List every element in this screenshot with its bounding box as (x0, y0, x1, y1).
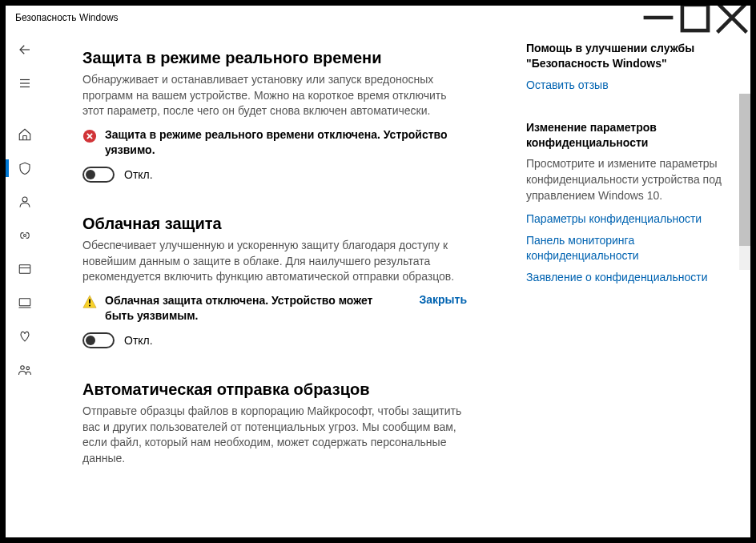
back-button[interactable] (6, 33, 44, 66)
side-privacy-block: Изменение параметров конфиденциальности … (526, 120, 736, 285)
section-realtime: Защита в режиме реального времени Обнару… (82, 49, 467, 183)
cloud-alert: Облачная защита отключена. Устройство мо… (82, 293, 467, 324)
realtime-alert: Защита в режиме реального времени отключ… (82, 127, 467, 159)
section-samples: Автоматическая отправка образцов Отправь… (82, 380, 467, 466)
svg-rect-15 (19, 299, 30, 306)
main-content: Защита в режиме реального времени Обнару… (44, 30, 526, 537)
svg-rect-1 (682, 5, 708, 30)
samples-desc: Отправьте образцы файлов в корпорацию Ма… (82, 404, 467, 466)
cloud-title: Облачная защита (82, 215, 467, 233)
svg-point-17 (21, 366, 25, 370)
samples-title: Автоматическая отправка образцов (82, 380, 467, 399)
maximize-button[interactable] (677, 6, 714, 30)
svg-point-24 (89, 304, 90, 306)
privacy-settings-link[interactable]: Параметры конфиденциальности (526, 211, 736, 227)
realtime-toggle-row: Откл. (82, 167, 467, 183)
cloud-toggle[interactable] (82, 332, 115, 348)
scrollbar-thumb[interactable] (739, 94, 750, 246)
close-button[interactable] (714, 6, 750, 30)
cloud-desc: Обеспечивает улучшенную и ускоренную защ… (82, 238, 467, 285)
nav-family[interactable] (6, 353, 44, 387)
realtime-alert-text: Защита в режиме реального времени отключ… (105, 127, 467, 159)
nav-account[interactable] (6, 185, 44, 219)
feedback-link[interactable]: Оставить отзыв (526, 78, 736, 93)
cloud-toggle-label: Откл. (124, 334, 153, 347)
menu-button[interactable] (6, 66, 44, 100)
warning-icon (82, 295, 97, 309)
svg-point-12 (24, 235, 26, 237)
privacy-statement-link[interactable]: Заявление о конфиденциальности (526, 270, 736, 285)
nav-device-security[interactable] (6, 286, 44, 320)
nav-home[interactable] (6, 118, 44, 151)
privacy-dashboard-link[interactable]: Панель мониторинга конфиденциальности (526, 233, 736, 263)
nav-firewall[interactable] (6, 219, 44, 252)
window-controls (640, 6, 750, 30)
realtime-toggle[interactable] (82, 167, 115, 183)
cloud-alert-text: Облачная защита отключена. Устройство мо… (105, 293, 395, 324)
side-panel: Помощь в улучшении службы "Безопасность … (526, 30, 750, 537)
error-icon (82, 129, 97, 143)
nav-device-performance[interactable] (6, 320, 44, 353)
side-help-block: Помощь в улучшении службы "Безопасность … (526, 41, 736, 93)
minimize-button[interactable] (640, 6, 677, 30)
svg-rect-13 (19, 265, 30, 274)
svg-point-18 (26, 367, 30, 370)
realtime-desc: Обнаруживает и останавливает установку и… (82, 72, 467, 119)
nav-app-browser[interactable] (6, 252, 44, 286)
realtime-title: Защита в режиме реального времени (82, 49, 467, 67)
window-title: Безопасность Windows (15, 12, 640, 23)
svg-point-11 (22, 197, 27, 202)
nav-rail (6, 30, 44, 537)
nav-virus-protection[interactable] (6, 151, 44, 185)
cloud-toggle-row: Откл. (82, 332, 467, 348)
titlebar: Безопасность Windows (6, 6, 750, 30)
side-help-title: Помощь в улучшении службы "Безопасность … (526, 41, 736, 71)
side-privacy-title: Изменение параметров конфиденциальности (526, 120, 736, 151)
side-privacy-desc: Просмотрите и измените параметры конфиде… (526, 156, 736, 203)
section-cloud: Облачная защита Обеспечивает улучшенную … (82, 215, 467, 348)
realtime-toggle-label: Откл. (124, 168, 153, 181)
cloud-dismiss-link[interactable]: Закрыть (419, 293, 467, 306)
